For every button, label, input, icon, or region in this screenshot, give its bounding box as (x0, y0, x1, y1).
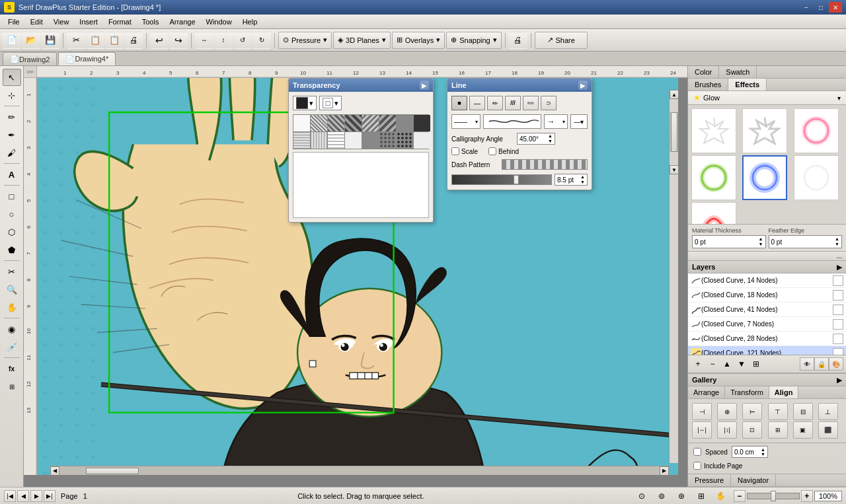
pattern-gray[interactable] (397, 115, 413, 131)
pen-tool-btn[interactable]: ✏ (3, 108, 21, 126)
pattern-dots-1[interactable] (362, 132, 379, 149)
tab-drawing4[interactable]: 📄 Drawing4 * (58, 52, 116, 65)
ellipse-tool-btn[interactable]: ○ (3, 205, 21, 223)
redo-button[interactable]: ↪ (169, 32, 188, 49)
pattern-hatch-1[interactable] (311, 115, 327, 131)
snapping-button[interactable]: ⊕ Snapping ▾ (446, 32, 502, 49)
pattern-hatch-2[interactable] (328, 115, 344, 131)
align-top-btn[interactable]: ⊤ (768, 403, 788, 420)
prev-page-button[interactable]: ◀ (17, 490, 29, 502)
navigator-bottom-tab[interactable]: Navigator (731, 474, 776, 486)
layer-lock-btn[interactable]: 🔒 (814, 357, 829, 371)
align-center-v-btn[interactable]: ⊟ (793, 403, 813, 420)
scroll-down-button[interactable]: ▼ (670, 165, 678, 174)
print2-button[interactable]: 🖨 (509, 32, 527, 49)
layer-row-3[interactable]: (Closed Curve, 7 Nodes) (688, 317, 846, 332)
feather-up-icon[interactable]: ▲ (835, 236, 839, 242)
rotate-r-button[interactable]: ↻ (252, 32, 271, 49)
glow-swatch-3[interactable] (794, 108, 839, 153)
print-button[interactable]: 🖨 (124, 32, 143, 49)
pattern-lines-h[interactable] (293, 132, 310, 149)
line-start-cap-dropdown[interactable]: —— ▾ (451, 114, 481, 129)
pressure-bottom-tab[interactable]: Pressure (688, 474, 731, 486)
node-tool-btn[interactable]: ⊹ (3, 87, 21, 104)
layer-up-btn[interactable]: ▲ (720, 357, 734, 371)
pattern-white[interactable] (293, 115, 310, 131)
dash-pattern-preview[interactable] (502, 159, 588, 170)
pattern-dots-2[interactable] (379, 132, 396, 149)
menu-help[interactable]: Help (237, 17, 263, 27)
layer-delete-btn[interactable]: − (705, 357, 720, 371)
swatch-tab[interactable]: Swatch (719, 66, 757, 78)
shape-tool-btn[interactable]: ⬟ (3, 241, 21, 258)
thickness-down-icon[interactable]: ▼ (580, 180, 585, 185)
hand-tool-btn[interactable]: ✋ (3, 299, 21, 316)
save-button[interactable]: 💾 (41, 32, 59, 49)
feather-spinner[interactable]: ▲ ▼ (835, 236, 839, 247)
layer-row-5[interactable]: (Closed Curve, 121 Nodes) (688, 346, 846, 355)
layer-visibility-4[interactable] (833, 334, 843, 344)
layer-row-1[interactable]: (Closed Curve, 18 Nodes) (688, 288, 846, 303)
layer-group-btn[interactable]: ⊞ (749, 357, 763, 371)
distribute-v-btn[interactable]: |↕| (717, 421, 737, 439)
next-page-button[interactable]: ▶ (30, 490, 42, 502)
material-spinner[interactable]: ▲ ▼ (759, 236, 763, 247)
layer-vis-btn[interactable]: 👁 (800, 357, 814, 371)
first-page-button[interactable]: |◀ (4, 490, 16, 502)
layer-visibility-1[interactable] (833, 290, 843, 301)
pattern-lines-v[interactable] (311, 132, 327, 149)
brushes-tab[interactable]: Brushes (688, 79, 728, 90)
calligraphy-angle-input[interactable]: 45.00° ▲ ▼ (517, 133, 555, 145)
scroll-up-button[interactable]: ▲ (670, 90, 678, 99)
glow-swatch-2[interactable] (742, 108, 787, 153)
transparency-panel-title[interactable]: Transparency ▶ (289, 79, 433, 92)
new-button[interactable]: 📄 (3, 32, 21, 49)
transparency-close-button[interactable]: ▶ (420, 81, 429, 90)
spaced-spinner[interactable]: ▲ ▼ (761, 447, 765, 456)
line-end-cap-dropdown[interactable]: → ▾ (544, 114, 567, 129)
scale-checkbox-label[interactable]: Scale (451, 147, 478, 155)
open-button[interactable]: 📂 (22, 32, 40, 49)
fx-tool-btn[interactable]: fx (3, 360, 21, 377)
v-scroll-thumb[interactable] (671, 112, 677, 152)
layer-add-btn[interactable]: + (691, 357, 705, 371)
minimize-button[interactable]: − (800, 2, 813, 13)
align-bottom-btn[interactable]: ⊥ (818, 403, 838, 420)
transform-tab[interactable]: Transform (725, 386, 769, 398)
fill-tool-btn[interactable]: ◉ (3, 320, 21, 338)
view-preview-button[interactable]: ⊚ (654, 489, 669, 503)
effects-tab[interactable]: Effects (728, 79, 767, 90)
tab-drawing2[interactable]: 📄 Drawing2 (3, 52, 57, 65)
text-tool-btn[interactable]: A (3, 166, 21, 183)
last-page-button[interactable]: ▶| (44, 490, 56, 502)
menu-tools[interactable]: Tools (137, 17, 165, 27)
color-picker-btn[interactable]: 💉 (3, 338, 21, 355)
menu-insert[interactable]: Insert (74, 17, 103, 27)
copy-button[interactable]: 📋 (86, 32, 104, 49)
material-input[interactable]: 0 pt ▲ ▼ (692, 235, 766, 248)
align-tab[interactable]: Align (769, 386, 799, 398)
paste-button[interactable]: 📋 (105, 32, 124, 49)
pattern-lightest[interactable] (414, 132, 430, 149)
menu-format[interactable]: Format (103, 17, 137, 27)
thickness-up-icon[interactable]: ▲ (580, 174, 585, 180)
layer-visibility-3[interactable] (833, 319, 843, 330)
feather-input[interactable]: 0 pt ▲ ▼ (769, 235, 843, 248)
transparency-pattern-dropdown[interactable]: □ ▾ (319, 96, 342, 110)
layer-visibility-0[interactable] (833, 275, 843, 286)
pattern-light[interactable] (345, 132, 362, 149)
layer-visibility-5[interactable] (833, 348, 843, 355)
menu-view[interactable]: View (48, 17, 75, 27)
behind-checkbox-label[interactable]: Behind (488, 147, 519, 155)
line-hatch-btn[interactable]: /// (505, 96, 521, 110)
align-obj-btn[interactable]: ⬛ (818, 421, 838, 439)
drawing-canvas[interactable]: Transparency ▶ ▾ □ ▾ (37, 78, 678, 475)
line-brush-btn[interactable]: ✏ (487, 96, 503, 110)
line-square-cap-btn[interactable]: ■ (451, 96, 467, 110)
vertical-scrollbar[interactable]: ▲ ▼ (669, 90, 678, 463)
arrange-tab[interactable]: Arrange (688, 386, 725, 398)
overlays-button[interactable]: ⊞ Overlays ▾ (392, 32, 445, 49)
line-close-button[interactable]: ▶ (578, 81, 588, 90)
expand-effects-button[interactable]: ... (688, 252, 846, 261)
line-special-btn[interactable]: ⊃ (541, 96, 557, 110)
